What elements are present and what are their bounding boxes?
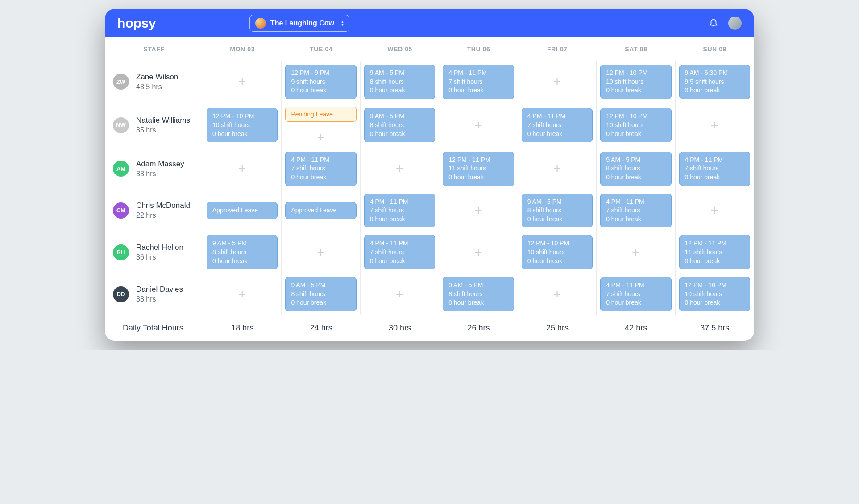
pending-leave-card[interactable]: Pending Leave — [285, 107, 356, 122]
day-cell: 9 AM - 5 PM8 shift hours0 hour break — [597, 148, 675, 190]
day-cell: 4 PM - 11 PM7 shift hours0 hour break — [361, 231, 439, 273]
add-shift-button[interactable]: + — [553, 162, 561, 175]
add-shift-button[interactable]: + — [632, 246, 640, 259]
staff-name: Natalie Williams — [136, 116, 190, 125]
approved-leave-card[interactable]: Approved Leave — [285, 202, 356, 219]
staff-cell[interactable]: DDDaniel Davies33 hrs — [105, 273, 203, 315]
day-cell: 12 PM - 10 PM10 shift hours0 hour break — [518, 231, 597, 273]
shift-time: 4 PM - 11 PM — [606, 281, 665, 290]
shift-card[interactable]: 4 PM - 11 PM7 shift hours0 hour break — [600, 194, 671, 228]
shift-card[interactable]: 4 PM - 11 PM7 shift hours0 hour break — [443, 65, 514, 99]
add-shift-button[interactable]: + — [238, 288, 246, 301]
shift-hours: 10 shift hours — [212, 121, 272, 130]
shift-hours: 10 shift hours — [527, 248, 587, 257]
shift-card[interactable]: 4 PM - 11 PM7 shift hours0 hour break — [285, 152, 356, 186]
staff-cell[interactable]: AMAdam Massey33 hrs — [105, 148, 203, 190]
staff-cell[interactable]: NWNatalie Williams35 hrs — [105, 103, 203, 148]
shift-hours: 8 shift hours — [448, 290, 508, 299]
add-shift-button[interactable]: + — [238, 162, 246, 175]
column-header-day: TUE 04 — [282, 37, 360, 61]
shift-card[interactable]: 4 PM - 11 PM7 shift hours0 hour break — [600, 277, 671, 311]
staff-info: Natalie Williams35 hrs — [136, 116, 190, 134]
shift-time: 12 PM - 11 PM — [685, 239, 744, 248]
shift-card[interactable]: 12 PM - 9 PM9 shift hours0 hour break — [285, 65, 356, 99]
shift-card[interactable]: 4 PM - 11 PM7 shift hours0 hour break — [522, 108, 593, 142]
add-shift-button[interactable]: + — [553, 75, 561, 88]
shift-time: 4 PM - 11 PM — [370, 198, 429, 207]
daily-total-value: 37.5 hrs — [676, 315, 754, 341]
shift-hours: 8 shift hours — [370, 121, 429, 130]
shift-card[interactable]: 9 AM - 5 PM8 shift hours0 hour break — [443, 277, 514, 311]
staff-info: Daniel Davies33 hrs — [136, 285, 183, 303]
staff-cell[interactable]: RHRachel Hellon36 hrs — [105, 231, 203, 273]
staff-avatar: CM — [113, 202, 129, 219]
shift-card[interactable]: 9 AM - 5 PM8 shift hours0 hour break — [600, 152, 671, 186]
shift-card[interactable]: 4 PM - 11 PM7 shift hours0 hour break — [364, 235, 435, 269]
shift-card[interactable]: 12 PM - 10 PM10 shift hours0 hour break — [522, 235, 593, 269]
shift-card[interactable]: 12 PM - 10 PM10 shift hours0 hour break — [600, 65, 671, 99]
shift-card[interactable]: 9 AM - 5 PM8 shift hours0 hour break — [364, 108, 435, 142]
day-cell: 9 AM - 5 PM8 shift hours0 hour break — [518, 190, 597, 232]
shift-break: 0 hour break — [291, 173, 350, 182]
day-cell: + — [203, 273, 282, 315]
shift-card[interactable]: 9 AM - 5 PM8 shift hours0 hour break — [522, 194, 593, 228]
add-shift-button[interactable]: + — [396, 288, 404, 301]
day-cell: 4 PM - 11 PM7 shift hours0 hour break — [597, 273, 675, 315]
app-window: hopsy The Laughing Cow ▴▾ STAFF MON 03TU… — [105, 9, 754, 341]
staff-avatar: AM — [113, 161, 129, 177]
shift-break: 0 hour break — [212, 130, 272, 139]
shift-card[interactable]: 9 AM - 5 PM8 shift hours0 hour break — [364, 65, 435, 99]
shift-card[interactable]: 12 PM - 11 PM11 shift hours0 hour break — [679, 235, 750, 269]
add-shift-button[interactable]: + — [474, 119, 482, 132]
shift-hours: 11 shift hours — [448, 164, 508, 173]
topbar: hopsy The Laughing Cow ▴▾ — [105, 9, 754, 37]
add-shift-button[interactable]: + — [317, 131, 325, 144]
staff-name: Daniel Davies — [136, 285, 183, 294]
staff-avatar: NW — [113, 117, 129, 133]
shift-card[interactable]: 12 PM - 10 PM10 shift hours0 hour break — [207, 108, 278, 142]
day-cell: 12 PM - 10 PM10 shift hours0 hour break — [597, 61, 675, 103]
staff-cell[interactable]: ZWZane Wilson43.5 hrs — [105, 61, 203, 103]
add-shift-button[interactable]: + — [396, 162, 404, 175]
shift-break: 0 hour break — [291, 298, 350, 307]
add-shift-button[interactable]: + — [474, 204, 482, 217]
shift-time: 12 PM - 10 PM — [606, 69, 665, 78]
user-avatar[interactable] — [728, 17, 742, 30]
shift-card[interactable]: 12 PM - 10 PM10 shift hours0 hour break — [600, 108, 671, 142]
bell-icon[interactable] — [709, 17, 718, 29]
shift-time: 4 PM - 11 PM — [527, 112, 587, 121]
shift-card[interactable]: 12 PM - 10 PM10 shift hours0 hour break — [679, 277, 750, 311]
approved-leave-card[interactable]: Approved Leave — [207, 202, 278, 219]
add-shift-button[interactable]: + — [711, 119, 719, 132]
add-shift-button[interactable]: + — [317, 246, 325, 259]
shift-time: 9 AM - 5 PM — [370, 112, 429, 121]
staff-total-hours: 22 hrs — [136, 211, 190, 219]
add-shift-button[interactable]: + — [474, 246, 482, 259]
daily-total-value: 18 hrs — [203, 315, 282, 341]
staff-cell[interactable]: CMChris McDonald22 hrs — [105, 190, 203, 232]
shift-card[interactable]: 4 PM - 11 PM7 shift hours0 hour break — [364, 194, 435, 228]
shift-hours: 7 shift hours — [370, 248, 429, 257]
day-cell: + — [439, 231, 518, 273]
shift-card[interactable]: 9 AM - 5 PM8 shift hours0 hour break — [285, 277, 356, 311]
add-shift-button[interactable]: + — [553, 288, 561, 301]
column-header-day: WED 05 — [361, 37, 439, 61]
day-cell: 12 PM - 11 PM11 shift hours0 hour break — [439, 148, 518, 190]
add-shift-button[interactable]: + — [711, 204, 719, 217]
day-cell: 4 PM - 11 PM7 shift hours0 hour break — [597, 190, 675, 232]
shift-card[interactable]: 9 AM - 6:30 PM9.5 shift hours0 hour brea… — [679, 65, 750, 99]
staff-name: Rachel Hellon — [136, 243, 183, 252]
day-cell: + — [518, 61, 597, 103]
shift-hours: 10 shift hours — [606, 121, 665, 130]
shift-card[interactable]: 4 PM - 11 PM7 shift hours0 hour break — [679, 152, 750, 186]
shift-break: 0 hour break — [527, 257, 587, 266]
shift-card[interactable]: 9 AM - 5 PM8 shift hours0 hour break — [207, 235, 278, 269]
shift-hours: 9 shift hours — [291, 78, 350, 87]
shift-break: 0 hour break — [527, 215, 587, 224]
shift-card[interactable]: 12 PM - 11 PM11 shift hours0 hour break — [443, 152, 514, 186]
venue-picker[interactable]: The Laughing Cow ▴▾ — [249, 15, 349, 32]
add-shift-button[interactable]: + — [238, 75, 246, 88]
shift-hours: 8 shift hours — [370, 78, 429, 87]
day-cell: + — [203, 148, 282, 190]
shift-break: 0 hour break — [370, 130, 429, 139]
